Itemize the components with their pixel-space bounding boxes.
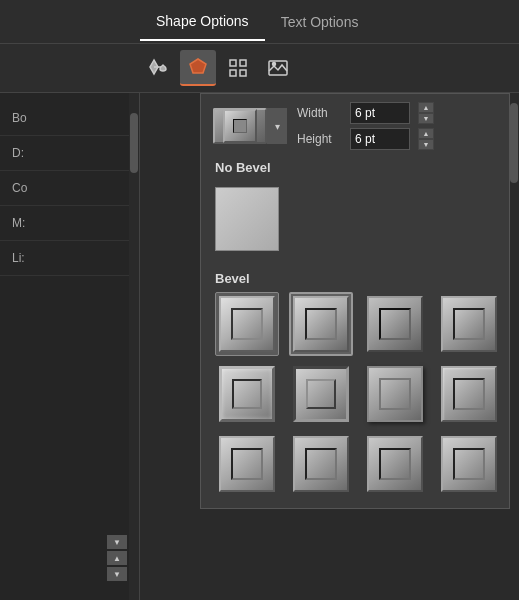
svg-rect-3 <box>240 60 246 66</box>
bevel-option-4[interactable] <box>437 292 501 356</box>
sidebar-scrollbar[interactable] <box>129 93 139 600</box>
sidebar-item-bo[interactable]: Bo <box>0 101 139 136</box>
no-bevel-area <box>201 181 509 261</box>
bevel-header: Bevel <box>201 261 509 292</box>
paint-bucket-icon[interactable] <box>140 50 176 86</box>
bevel-row-1 <box>201 292 509 356</box>
width-input[interactable] <box>350 102 410 124</box>
bevel-option-5[interactable] <box>215 362 279 426</box>
svg-rect-2 <box>230 60 236 66</box>
bevel-option-3[interactable] <box>363 292 427 356</box>
tab-text-options[interactable]: Text Options <box>265 4 375 40</box>
height-label: Height <box>297 132 342 146</box>
width-row: Width ▲ ▼ <box>297 102 434 124</box>
svg-rect-4 <box>230 70 236 76</box>
width-spinner: ▲ ▼ <box>418 102 434 124</box>
height-row: Height ▲ ▼ <box>297 128 434 150</box>
nav-arrow-down[interactable]: ▼ <box>107 535 127 549</box>
bevel-option-6[interactable] <box>289 362 353 426</box>
shape-pentagon-icon[interactable] <box>180 50 216 86</box>
bevel-option-9[interactable] <box>215 432 279 496</box>
height-spin-down[interactable]: ▼ <box>418 139 434 150</box>
nav-arrow-up[interactable]: ▲ <box>107 551 127 565</box>
svg-point-7 <box>273 63 276 66</box>
width-spin-up[interactable]: ▲ <box>418 102 434 113</box>
dropdown-arrow-icon[interactable]: ▾ <box>267 108 287 144</box>
bevel-option-12[interactable] <box>437 432 501 496</box>
right-scroll-thumb[interactable] <box>510 103 518 183</box>
bevel-dropdown: ▾ Width ▲ ▼ Height <box>200 93 510 509</box>
bevel-option-2[interactable] <box>289 292 353 356</box>
bevel-selector: ▾ <box>213 108 287 144</box>
sidebar-item-d[interactable]: D: <box>0 136 139 171</box>
bevel-option-7[interactable] <box>363 362 427 426</box>
bevel-option-8[interactable] <box>437 362 501 426</box>
bevel-current-btn[interactable] <box>213 108 267 144</box>
no-bevel-header: No Bevel <box>201 150 509 181</box>
width-spin-down[interactable]: ▼ <box>418 113 434 124</box>
sidebar-item-m[interactable]: M: <box>0 206 139 241</box>
tab-shape-options[interactable]: Shape Options <box>140 3 265 41</box>
right-scrollbar[interactable] <box>509 93 519 600</box>
wh-controls: Width ▲ ▼ Height ▲ ▼ <box>297 102 434 150</box>
no-bevel-option[interactable] <box>215 187 279 251</box>
nav-arrow-down2[interactable]: ▼ <box>107 567 127 581</box>
svg-rect-5 <box>240 70 246 76</box>
icon-toolbar <box>0 44 519 93</box>
content-panel: ▾ Width ▲ ▼ Height <box>140 93 519 600</box>
bevel-option-1[interactable] <box>215 292 279 356</box>
height-spinner: ▲ ▼ <box>418 128 434 150</box>
main-area: Bo D: Co M: Li: ▼ ▲ ▼ <box>0 93 519 600</box>
tab-bar: Shape Options Text Options <box>0 0 519 44</box>
bevel-option-10[interactable] <box>289 432 353 496</box>
bevel-row-2 <box>201 362 509 426</box>
no-bevel-preview <box>215 187 279 251</box>
sidebar: Bo D: Co M: Li: ▼ ▲ ▼ <box>0 93 140 600</box>
width-label: Width <box>297 106 342 120</box>
nav-arrows: ▼ ▲ ▼ <box>107 535 127 581</box>
grid-icon[interactable] <box>220 50 256 86</box>
svg-marker-1 <box>190 59 206 73</box>
bevel-row-3 <box>201 432 509 496</box>
height-input[interactable] <box>350 128 410 150</box>
image-icon[interactable] <box>260 50 296 86</box>
sidebar-item-co[interactable]: Co <box>0 171 139 206</box>
sidebar-item-li[interactable]: Li: <box>0 241 139 276</box>
bevel-option-11[interactable] <box>363 432 427 496</box>
height-spin-up[interactable]: ▲ <box>418 128 434 139</box>
sidebar-scroll-thumb[interactable] <box>130 113 138 173</box>
